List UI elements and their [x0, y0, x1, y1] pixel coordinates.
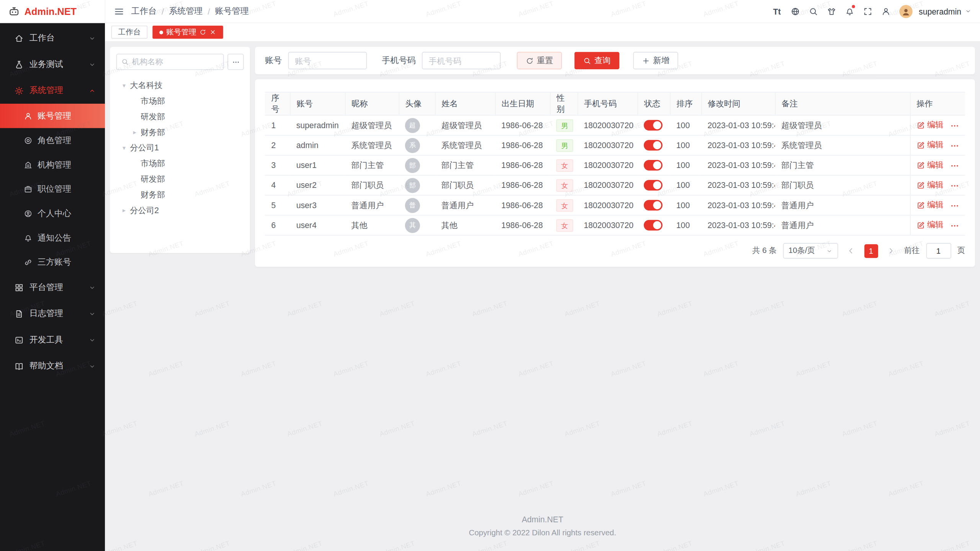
- next-page-button[interactable]: [884, 244, 898, 258]
- edit-button[interactable]: 编辑: [916, 219, 943, 230]
- tree-node[interactable]: 财务部: [116, 187, 244, 202]
- cell-ops: 编辑: [910, 155, 965, 175]
- tab-workbench[interactable]: 工作台: [111, 26, 148, 39]
- language-icon[interactable]: [787, 3, 803, 19]
- edit-button[interactable]: 编辑: [916, 139, 943, 150]
- cell-gender: 女: [550, 195, 578, 215]
- tree-node[interactable]: 市场部: [116, 93, 244, 109]
- content-row: ▾大名科技市场部研发部▸财务部▾分公司1市场部研发部财务部▸分公司2 账号 手机…: [110, 47, 975, 267]
- user-panel-icon[interactable]: [877, 3, 893, 19]
- edit-button[interactable]: 编辑: [916, 119, 943, 130]
- search-icon[interactable]: [805, 3, 821, 19]
- tree-node[interactable]: 研发部: [116, 109, 244, 124]
- caret-down-icon: ▾: [120, 82, 128, 89]
- theme-icon[interactable]: [823, 3, 839, 19]
- row-more-button[interactable]: [950, 161, 959, 170]
- tree-node[interactable]: ▸分公司2: [116, 202, 244, 218]
- account-input[interactable]: [288, 52, 367, 70]
- tree-node-label: 财务部: [140, 127, 165, 138]
- sidebar-item-6[interactable]: 帮助文档: [0, 353, 105, 379]
- sidebar-item-5[interactable]: 开发工具: [0, 327, 105, 353]
- status-toggle[interactable]: [644, 200, 663, 210]
- close-icon[interactable]: [209, 29, 216, 36]
- breadcrumb-item-system[interactable]: 系统管理: [169, 6, 203, 17]
- cell-birthday: 1986-06-28: [495, 115, 550, 135]
- robot-logo-icon: [8, 6, 20, 18]
- page-1-button[interactable]: 1: [864, 244, 878, 258]
- cell-status: [637, 155, 670, 175]
- tab-bar: 工作台 账号管理: [105, 23, 980, 42]
- logo: Admin.NET: [0, 0, 105, 23]
- phone-input[interactable]: [422, 52, 501, 70]
- sidebar-subitem-label: 机构管理: [38, 159, 71, 170]
- sidebar-item-3[interactable]: 平台管理: [0, 274, 105, 301]
- chevron-down-icon: [89, 336, 96, 343]
- tree-node[interactable]: ▸财务部: [116, 124, 244, 140]
- chevron-down-icon[interactable]: [965, 8, 971, 14]
- org-search-input[interactable]: [132, 57, 219, 66]
- tree-node[interactable]: ▾大名科技: [116, 77, 244, 93]
- sidebar-subitem-2-3[interactable]: 职位管理: [0, 177, 105, 201]
- content-area: ▾大名科技市场部研发部▸财务部▾分公司1市场部研发部财务部▸分公司2 账号 手机…: [105, 42, 980, 551]
- page-size-select[interactable]: 10条/页: [783, 243, 838, 259]
- logo-text: Admin.NET: [24, 6, 77, 17]
- sidebar-item-2[interactable]: 系统管理: [0, 77, 105, 104]
- breadcrumb-item-workbench[interactable]: 工作台: [131, 6, 157, 17]
- column-header-2: 昵称: [345, 92, 399, 115]
- fullscreen-icon[interactable]: [859, 3, 875, 19]
- sidebar-subitem-2-5[interactable]: 通知公告: [0, 225, 105, 250]
- sidebar-subitem-2-6[interactable]: 三方账号: [0, 250, 105, 274]
- row-more-button[interactable]: [950, 141, 959, 150]
- status-toggle[interactable]: [644, 220, 663, 231]
- column-header-1: 账号: [290, 92, 345, 115]
- table-row: 1superadmin超级管理员超超级管理员1986-06-28男1802003…: [265, 115, 965, 135]
- row-more-button[interactable]: [950, 121, 959, 130]
- add-button[interactable]: 新增: [633, 52, 678, 70]
- column-header-10: 修改时间: [701, 92, 775, 115]
- edit-button[interactable]: 编辑: [916, 199, 943, 210]
- tab-account-management[interactable]: 账号管理: [152, 26, 223, 39]
- sidebar-subitem-2-2[interactable]: 机构管理: [0, 152, 105, 177]
- avatar[interactable]: [899, 5, 912, 18]
- query-button[interactable]: 查询: [574, 52, 619, 70]
- tree-node[interactable]: 研发部: [116, 171, 244, 187]
- edit-button[interactable]: 编辑: [916, 179, 943, 191]
- docs-icon: [15, 361, 24, 370]
- cell-remark: 普通用户: [775, 195, 910, 215]
- cell-phone: 18020030720: [578, 195, 638, 215]
- chevron-left-icon: [847, 247, 855, 255]
- position-icon: [24, 184, 33, 193]
- status-toggle[interactable]: [644, 140, 663, 151]
- sidebar-subitem-2-4[interactable]: 个人中心: [0, 201, 105, 226]
- tree-node[interactable]: 市场部: [116, 156, 244, 171]
- sidebar-item-1[interactable]: 业务测试: [0, 51, 105, 78]
- row-more-button[interactable]: [950, 181, 959, 190]
- hamburger-menu-icon[interactable]: [114, 6, 124, 17]
- sidebar-subitem-label: 通知公告: [38, 232, 71, 243]
- sidebar-item-4[interactable]: 日志管理: [0, 300, 105, 327]
- status-toggle[interactable]: [644, 180, 663, 191]
- goto-page-input[interactable]: [926, 243, 951, 259]
- gender-tag: 女: [556, 219, 573, 231]
- tree-more-button[interactable]: [227, 54, 243, 70]
- edit-button[interactable]: 编辑: [916, 160, 943, 171]
- chevron-down-icon: [89, 363, 96, 370]
- total-count: 共 6 条: [752, 246, 777, 256]
- cell-nickname: 系统管理员: [345, 135, 399, 155]
- sidebar-subitem-2-0[interactable]: 账号管理: [0, 104, 105, 128]
- sidebar-subitem-2-1[interactable]: 角色管理: [0, 128, 105, 153]
- prev-page-button[interactable]: [844, 244, 858, 258]
- username[interactable]: superadmin: [919, 7, 961, 16]
- notification-icon[interactable]: [841, 3, 858, 19]
- row-more-button[interactable]: [950, 221, 959, 230]
- status-toggle[interactable]: [644, 120, 663, 131]
- sidebar-item-0[interactable]: 工作台: [0, 25, 105, 51]
- status-toggle[interactable]: [644, 160, 663, 171]
- font-size-icon[interactable]: Tt: [769, 3, 785, 19]
- cell-status: [637, 175, 670, 195]
- tree-node[interactable]: ▾分公司1: [116, 140, 244, 156]
- refresh-icon[interactable]: [199, 29, 206, 36]
- row-more-button[interactable]: [950, 201, 959, 210]
- cell-order: 100: [670, 175, 701, 195]
- reset-button[interactable]: 重置: [517, 52, 562, 70]
